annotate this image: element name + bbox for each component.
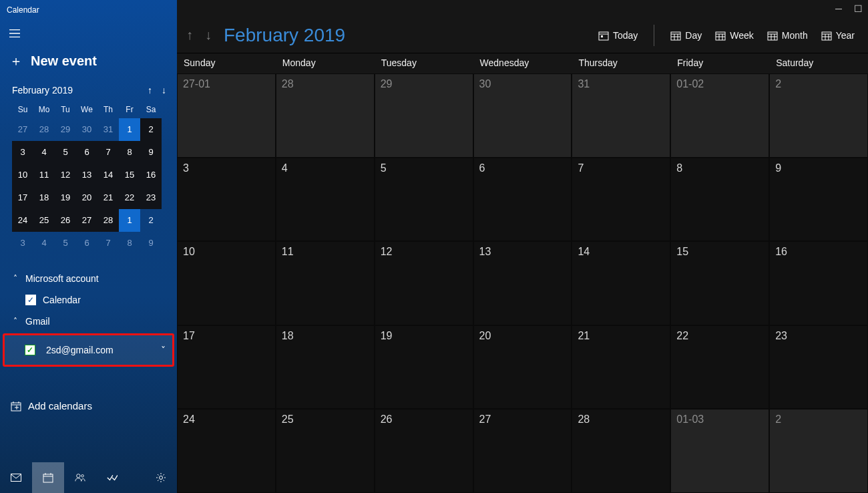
minimize-button[interactable]: ─ <box>835 3 842 14</box>
mini-day-cell[interactable]: 11 <box>33 164 55 186</box>
mini-month-label[interactable]: February 2019 <box>12 85 73 96</box>
mini-day-cell[interactable]: 23 <box>140 186 162 209</box>
day-cell[interactable]: 27-01 <box>177 73 276 158</box>
day-cell[interactable]: 24 <box>177 409 276 493</box>
mini-day-cell[interactable]: 16 <box>140 164 162 186</box>
day-cell[interactable]: 01-02 <box>670 73 769 158</box>
mini-day-cell[interactable]: 2 <box>140 118 162 141</box>
todo-button[interactable] <box>96 462 128 493</box>
day-cell[interactable]: 27 <box>473 409 572 493</box>
day-cell[interactable]: 2 <box>769 409 868 493</box>
day-cell[interactable]: 2 <box>769 73 868 158</box>
day-cell[interactable]: 7 <box>572 158 670 242</box>
current-month-label[interactable]: February 2019 <box>224 25 345 46</box>
mini-day-cell[interactable]: 6 <box>76 141 97 164</box>
mini-day-cell[interactable]: 10 <box>12 164 33 186</box>
people-button[interactable] <box>64 462 96 493</box>
day-cell[interactable]: 30 <box>473 73 572 158</box>
checkbox-checked-icon[interactable] <box>25 345 35 355</box>
new-event-button[interactable]: ＋ New event <box>0 47 177 79</box>
day-cell[interactable]: 20 <box>473 325 572 409</box>
prev-period-button[interactable]: ↑ <box>186 27 193 43</box>
day-cell[interactable]: 12 <box>375 241 473 325</box>
day-cell[interactable]: 19 <box>375 325 473 409</box>
mini-day-cell[interactable]: 15 <box>119 164 140 186</box>
mini-day-cell[interactable]: 30 <box>76 118 97 141</box>
mini-day-cell[interactable]: 3 <box>12 141 33 164</box>
hamburger-button[interactable] <box>0 20 27 47</box>
mini-day-cell[interactable]: 2 <box>140 209 162 232</box>
day-cell[interactable]: 13 <box>473 241 572 325</box>
mini-day-cell[interactable]: 7 <box>97 141 119 164</box>
mini-day-cell[interactable]: 17 <box>12 186 33 209</box>
account-gmail-toggle[interactable]: ˄ Gmail <box>0 311 177 332</box>
day-cell[interactable]: 15 <box>670 241 769 325</box>
day-cell[interactable]: 5 <box>375 158 473 242</box>
day-cell[interactable]: 11 <box>276 241 375 325</box>
mini-day-cell[interactable]: 1 <box>119 118 140 141</box>
day-cell[interactable]: 26 <box>375 409 473 493</box>
mini-day-cell[interactable]: 6 <box>76 232 97 255</box>
mini-day-cell[interactable]: 3 <box>12 232 33 255</box>
day-cell[interactable]: 23 <box>769 325 868 409</box>
mini-day-cell[interactable]: 7 <box>97 232 119 255</box>
mini-day-cell[interactable]: 9 <box>140 141 162 164</box>
calendar-ms-item[interactable]: ✓ Calendar <box>0 289 177 311</box>
mini-day-cell[interactable]: 28 <box>97 209 119 232</box>
mini-day-cell[interactable]: 19 <box>55 186 76 209</box>
today-button[interactable]: Today <box>598 30 638 41</box>
mini-day-cell[interactable]: 25 <box>33 209 55 232</box>
mini-day-cell[interactable]: 5 <box>55 141 76 164</box>
mini-day-cell[interactable]: 27 <box>76 209 97 232</box>
mini-day-cell[interactable]: 12 <box>55 164 76 186</box>
view-day-button[interactable]: Day <box>670 30 702 41</box>
mini-day-cell[interactable]: 26 <box>55 209 76 232</box>
mini-day-cell[interactable]: 14 <box>97 164 119 186</box>
next-period-button[interactable]: ↓ <box>205 27 212 43</box>
calendar-button[interactable] <box>32 462 64 493</box>
add-calendars-button[interactable]: Add calendars <box>0 395 177 417</box>
checkbox-checked-icon[interactable]: ✓ <box>25 295 36 305</box>
mini-day-cell[interactable]: 22 <box>119 186 140 209</box>
day-cell[interactable]: 18 <box>276 325 375 409</box>
mini-day-cell[interactable]: 8 <box>119 232 140 255</box>
gmail-calendar-item[interactable]: 2sd@gmail.com ˅ <box>3 333 174 367</box>
day-cell[interactable]: 29 <box>375 73 473 158</box>
mini-day-cell[interactable]: 13 <box>76 164 97 186</box>
account-microsoft-toggle[interactable]: ˄ Microsoft account <box>0 268 177 289</box>
chevron-down-icon[interactable]: ˅ <box>161 345 166 355</box>
day-cell[interactable]: 22 <box>670 325 769 409</box>
mini-day-cell[interactable]: 18 <box>33 186 55 209</box>
mini-day-cell[interactable]: 29 <box>55 118 76 141</box>
mini-day-cell[interactable]: 1 <box>119 209 140 232</box>
mini-day-cell[interactable]: 31 <box>97 118 119 141</box>
day-cell[interactable]: 3 <box>177 158 276 242</box>
mini-day-cell[interactable]: 5 <box>55 232 76 255</box>
day-cell[interactable]: 10 <box>177 241 276 325</box>
day-cell[interactable]: 25 <box>276 409 375 493</box>
day-cell[interactable]: 17 <box>177 325 276 409</box>
day-cell[interactable]: 16 <box>769 241 868 325</box>
day-cell[interactable]: 31 <box>572 73 670 158</box>
day-cell[interactable]: 28 <box>276 73 375 158</box>
mini-day-cell[interactable]: 28 <box>33 118 55 141</box>
mini-day-cell[interactable]: 24 <box>12 209 33 232</box>
view-week-button[interactable]: Week <box>715 30 754 41</box>
mail-button[interactable] <box>0 462 32 493</box>
day-cell[interactable]: 28 <box>572 409 670 493</box>
day-cell[interactable]: 21 <box>572 325 670 409</box>
day-cell[interactable]: 01-03 <box>670 409 769 493</box>
settings-button[interactable] <box>145 462 177 493</box>
mini-day-cell[interactable]: 20 <box>76 186 97 209</box>
day-cell[interactable]: 9 <box>769 158 868 242</box>
day-cell[interactable]: 4 <box>276 158 375 242</box>
mini-day-cell[interactable]: 4 <box>33 232 55 255</box>
mini-day-cell[interactable]: 8 <box>119 141 140 164</box>
day-cell[interactable]: 8 <box>670 158 769 242</box>
mini-day-cell[interactable]: 27 <box>12 118 33 141</box>
mini-day-cell[interactable]: 9 <box>140 232 162 255</box>
day-cell[interactable]: 14 <box>572 241 670 325</box>
mini-next-month[interactable]: ↓ <box>162 85 166 96</box>
maximize-button[interactable]: ☐ <box>854 3 863 14</box>
view-year-button[interactable]: Year <box>821 30 855 41</box>
